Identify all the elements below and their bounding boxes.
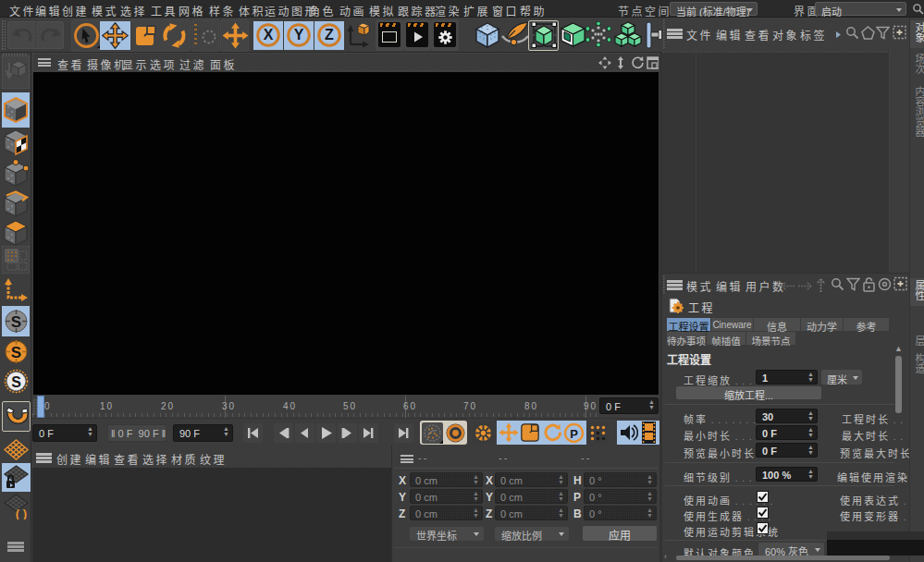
svg-text:Y: Y (294, 27, 304, 43)
svg-text:X: X (264, 27, 274, 43)
svg-text:S: S (11, 313, 21, 331)
svg-text:Z: Z (325, 27, 334, 43)
svg-text:S: S (11, 374, 21, 390)
svg-text:P: P (570, 427, 578, 441)
svg-text:S: S (11, 344, 21, 361)
svg-text:( ): ( ) (16, 507, 27, 519)
